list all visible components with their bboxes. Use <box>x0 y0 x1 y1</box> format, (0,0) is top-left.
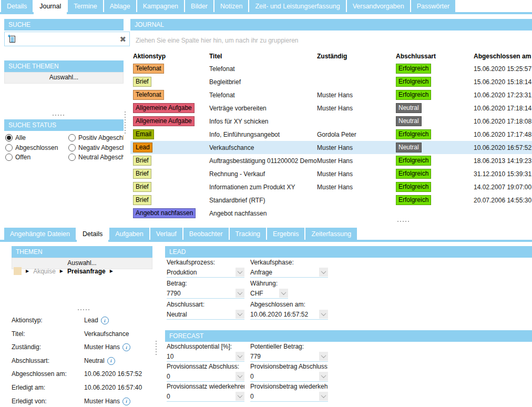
dropdown-field[interactable]: Produktion <box>167 267 244 278</box>
dropdown-field[interactable]: 7790 <box>167 288 244 299</box>
dropdown-field[interactable]: 0 <box>167 391 244 402</box>
cell-aktionstyp: Brief <box>130 77 207 87</box>
clear-search-icon[interactable]: ✖ <box>119 35 126 43</box>
subtab-details[interactable]: Details <box>77 228 108 242</box>
chevron-down-icon[interactable] <box>236 372 244 381</box>
group-by-hint: Ziehen Sie eine Spalte hier hin, um nach… <box>136 37 299 44</box>
status-option-alle[interactable]: Alle <box>5 133 68 143</box>
abschlussart-badge: Erfolgreich <box>396 156 431 166</box>
dropdown-field[interactable]: CHF <box>250 288 288 299</box>
cell-aktionstyp: Telefonat <box>130 64 207 74</box>
field-value: Neutral <box>167 311 187 318</box>
table-row[interactable]: BriefBegleitbriefErfolgreich15.06.2020 1… <box>130 75 532 88</box>
table-row[interactable]: TelefonatTelefonatMuster HansErfolgreich… <box>130 88 532 101</box>
chevron-down-icon[interactable] <box>319 352 328 361</box>
cell-aktionstyp: Brief <box>130 182 207 192</box>
table-row[interactable]: Allgemeine AufgabeInfos für XY schickenN… <box>130 115 532 128</box>
radio-icon[interactable] <box>5 134 13 141</box>
tab-passwörter[interactable]: Passwörter <box>411 0 456 14</box>
info-icon[interactable]: i <box>122 398 130 405</box>
column-header-abgeschlossen-am[interactable]: Abgeschlossen am <box>471 52 532 61</box>
chevron-down-icon[interactable] <box>319 392 328 401</box>
cell-zustaendig: Muster Hans <box>314 170 393 178</box>
column-header-abschlussart[interactable]: Abschlussart <box>393 52 471 61</box>
tab-notizen[interactable]: Notizen <box>214 0 248 14</box>
table-row[interactable]: BriefInformationen zum Produkt XYMuster … <box>130 180 532 194</box>
status-option-negativ-abgeschlossen[interactable]: Negativ Abgeschlossen <box>68 143 124 153</box>
table-row[interactable]: BriefAuftragsbestätigung 011200002 DemoM… <box>130 154 532 167</box>
tab-journal[interactable]: Journal <box>34 0 67 14</box>
info-icon[interactable]: i <box>101 317 109 324</box>
chevron-down-icon[interactable] <box>319 310 328 319</box>
table-row[interactable]: BriefRechnung - VerkaufMuster HansErfolg… <box>130 167 532 180</box>
splitter-handle[interactable] <box>125 111 126 134</box>
themes-auswahl-button[interactable]: Auswahl... <box>4 72 124 84</box>
tab-kampagnen[interactable]: Kampagnen <box>137 0 184 14</box>
search-box[interactable]: ✖ <box>4 32 130 46</box>
dropdown-field[interactable]: 10 <box>167 351 244 362</box>
radio-icon[interactable] <box>5 144 13 151</box>
breadcrumb-item[interactable]: Preisanfrage <box>67 268 106 275</box>
cell-titel: Rechnung - Verkauf <box>207 170 314 178</box>
dropdown-field[interactable]: 0 <box>250 391 328 402</box>
column-header-zuständig[interactable]: Zuständig <box>314 52 393 61</box>
chevron-down-icon[interactable] <box>236 268 244 277</box>
table-row[interactable]: TelefonatTelefonatErfolgreich15.06.2020 … <box>130 62 532 75</box>
subtab-aufgaben[interactable]: Aufgaben <box>109 228 149 242</box>
cell-titel: Verkaufschance <box>207 144 314 151</box>
detail-row: Erledigt von:Muster Hansi <box>12 398 157 407</box>
subtab-beobachter[interactable]: Beobachter <box>183 228 229 242</box>
subtab-zeiterfassung[interactable]: Zeiterfassung <box>305 228 357 242</box>
tab-versandvorgaben[interactable]: Versandvorgaben <box>347 0 410 14</box>
chevron-down-icon[interactable] <box>236 310 244 319</box>
radio-icon[interactable] <box>68 134 76 141</box>
search-input[interactable] <box>19 35 119 43</box>
table-row[interactable]: EmailInfo, EinführungsangebotGordola Pet… <box>130 128 532 141</box>
dropdown-field[interactable]: 0 <box>250 371 328 382</box>
chevron-down-icon[interactable] <box>319 372 328 381</box>
status-option-abgeschlossen[interactable]: Abgeschlossen <box>5 143 68 153</box>
tab-bilder[interactable]: Bilder <box>185 0 213 14</box>
info-icon[interactable]: i <box>122 343 130 351</box>
status-option-offen[interactable]: Offen <box>5 152 68 162</box>
column-header-titel[interactable]: Titel <box>207 52 314 61</box>
info-icon[interactable]: i <box>107 357 115 365</box>
dropdown-field[interactable]: 0 <box>167 371 244 382</box>
status-option-neutral-abgeschlossen[interactable]: Neutral Abgeschlossen <box>68 152 124 162</box>
chevron-down-icon[interactable] <box>236 392 244 401</box>
chevron-down-icon[interactable] <box>236 352 244 361</box>
chevron-down-icon[interactable] <box>279 289 288 298</box>
subtab-angehängte-dateien[interactable]: Angehängte Dateien <box>4 228 76 242</box>
column-header-aktionstyp[interactable]: Aktionstyp <box>130 52 207 61</box>
subtab-tracking[interactable]: Tracking <box>230 228 266 242</box>
table-row[interactable]: Allgemeine AufgabeVerträge vorbereitenMu… <box>130 101 532 115</box>
subtab-ergebnis[interactable]: Ergebnis <box>267 228 304 242</box>
table-row[interactable]: Angebot nachfassenAngebot nachfassen <box>130 207 532 220</box>
dropdown-field[interactable]: Neutral <box>167 309 244 320</box>
tab-details[interactable]: Details <box>1 0 33 14</box>
field-value: 0 <box>167 373 170 380</box>
splitter-handle[interactable] <box>53 115 64 116</box>
status-option-positiv-abgeschlossen[interactable]: Positiv Abgeschlossen <box>68 133 124 143</box>
dropdown-field[interactable]: 779 <box>250 351 328 362</box>
table-row[interactable]: BriefStandardbrief (RTF)Erfolgreich20.07… <box>130 194 532 207</box>
splitter-handle[interactable] <box>156 341 157 355</box>
subtab-verlauf[interactable]: Verlauf <box>150 228 182 242</box>
radio-icon[interactable] <box>68 154 76 161</box>
breadcrumb-item[interactable]: Akquise <box>33 268 56 275</box>
chevron-down-icon[interactable] <box>319 268 328 277</box>
dropdown-field[interactable]: Anfrage <box>250 267 328 278</box>
tab-termine[interactable]: Termine <box>68 0 103 14</box>
table-row[interactable]: LeadVerkaufschanceMuster HansNeutral10.0… <box>130 141 532 154</box>
aktionstyp-badge: Brief <box>133 195 151 205</box>
tab-ablage[interactable]: Ablage <box>104 0 136 14</box>
cell-abschlussart: Erfolgreich <box>393 182 471 192</box>
radio-icon[interactable] <box>5 154 13 161</box>
tab-zeit-und-leistungserfassung[interactable]: Zeit- und Leistungserfassung <box>249 0 345 14</box>
splitter-handle[interactable] <box>78 309 89 310</box>
field-provisionsbetrag-abschluss: Provisionsbetrag Abschluss:0 <box>250 363 328 382</box>
dropdown-field[interactable]: 10.06.2020 16:57:52 <box>250 309 328 320</box>
splitter-handle[interactable] <box>397 221 409 222</box>
chevron-down-icon[interactable] <box>236 289 244 298</box>
radio-icon[interactable] <box>68 144 76 151</box>
